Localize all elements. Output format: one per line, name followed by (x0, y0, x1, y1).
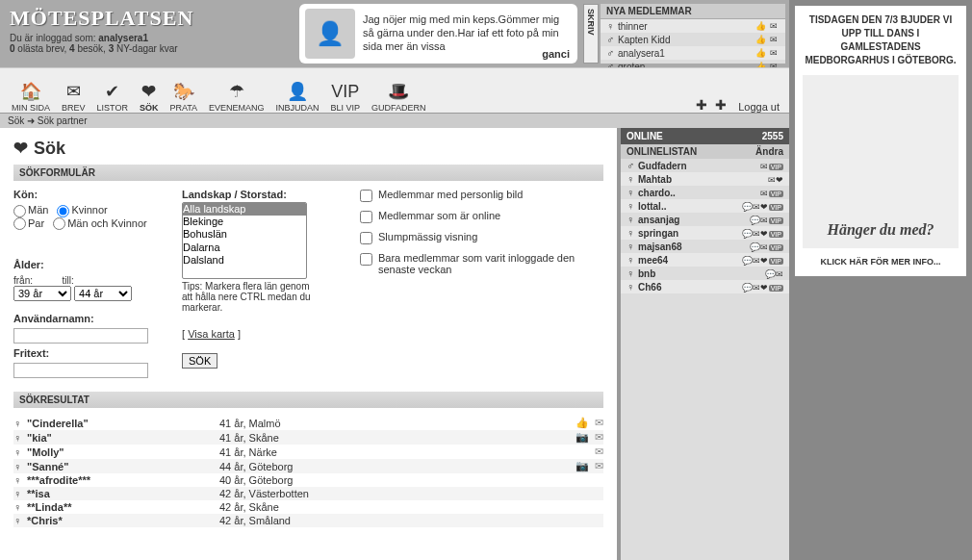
result-row[interactable]: ♀"kia"41 år, Skåne📷✉ (13, 430, 603, 445)
checkbox[interactable] (360, 190, 372, 202)
heart-icon[interactable]: ❤ (760, 283, 768, 293)
mail-icon[interactable]: ✉ (768, 35, 780, 44)
chat-icon[interactable]: 💬 (742, 229, 753, 239)
logout-link[interactable]: Logga ut (738, 101, 780, 113)
new-member-row[interactable]: ♂analysera1👍✉ (601, 46, 785, 60)
mail-icon[interactable]: ✉ (595, 417, 603, 429)
age-to-select[interactable]: 44 år (74, 286, 132, 301)
mail-icon[interactable]: ✉ (768, 48, 780, 58)
online-change-link[interactable]: Ändra (755, 146, 783, 157)
nav-icon: ✔ (97, 80, 128, 103)
online-row[interactable]: ♀ansanjag💬✉VIP (621, 213, 789, 226)
online-row[interactable]: ♀lottal..💬✉❤VIP (621, 199, 789, 213)
result-row[interactable]: ♀*Chris*42 år, Småland (13, 514, 603, 527)
username-label: Användarnamn: (13, 313, 182, 324)
result-row[interactable]: ♀**isa42 år, Västerbotten (13, 487, 603, 500)
chat-icon[interactable]: 💬 (742, 256, 753, 266)
heart-icon[interactable]: ❤ (760, 229, 768, 239)
online-row[interactable]: ♀mee64💬✉❤VIP (621, 253, 789, 267)
thumb-icon[interactable]: 👍 (755, 48, 766, 58)
heart-icon[interactable]: ❤ (760, 256, 768, 266)
mail-icon[interactable]: ✉ (760, 242, 768, 252)
login-status: Du är inloggad som: analysera1 0 olästa … (10, 33, 284, 54)
nav-sök[interactable]: ❤SÖK (140, 80, 159, 113)
search-button[interactable]: SÖK (182, 353, 217, 369)
result-row[interactable]: ♀***afrodite***40 år, Göteborg (13, 473, 603, 487)
sidebar-ad[interactable]: TISDAGEN DEN 7/3 BJUDER VI UPP TILL DANS… (795, 6, 966, 276)
gender-radios: Män Kvinnor Par Män och Kvinnor (13, 204, 182, 230)
mail-icon[interactable]: ✉ (760, 162, 768, 171)
radio-women[interactable] (57, 205, 69, 217)
nav-bli-vip[interactable]: VIPBLI VIP (331, 80, 361, 113)
checkbox[interactable] (360, 253, 372, 266)
nav-prata[interactable]: 🐎PRATA (169, 80, 197, 113)
online-row[interactable]: ♀springan💬✉❤VIP (621, 226, 789, 240)
filter-check[interactable]: Medlemmar som är online (360, 210, 603, 223)
username-input[interactable] (13, 328, 148, 344)
result-row[interactable]: ♀"Sanné"44 år, Göteborg📷✉ (13, 459, 603, 473)
gender-icon: ♀ (627, 200, 638, 212)
filter-check[interactable]: Medlemmar med personlig bild (360, 189, 603, 202)
online-row[interactable]: ♀majsan68💬✉VIP (621, 240, 789, 253)
gender-icon: ♀ (627, 214, 638, 225)
camera-icon[interactable]: 📷 (576, 431, 589, 444)
skriv-tab[interactable]: SKRIV (583, 4, 599, 64)
mail-icon[interactable]: ✉ (753, 283, 760, 293)
mail-icon[interactable]: ✉ (768, 21, 780, 31)
camera-icon[interactable]: 📷 (576, 460, 589, 472)
nav-gudfadern[interactable]: 🎩GUDFADERN (371, 80, 426, 113)
show-map-link[interactable]: Visa karta (188, 328, 235, 340)
mail-icon[interactable]: ✉ (768, 175, 776, 185)
online-row[interactable]: ♀chardo..✉VIP (621, 186, 789, 199)
featured-profile[interactable]: 👤 Jag nöjer mig med min keps.Gömmer mig … (299, 4, 577, 64)
ad-more-link[interactable]: KLICK HÄR FÖR MER INFO... (803, 256, 959, 268)
thumb-icon[interactable]: 👍 (755, 35, 766, 44)
online-row[interactable]: ♀Ch66💬✉❤VIP (621, 280, 789, 293)
mail-icon[interactable]: ✉ (753, 229, 760, 239)
mail-icon[interactable]: ✉ (595, 431, 603, 444)
new-member-row[interactable]: ♀thinner👍✉ (601, 19, 785, 33)
mail-icon[interactable]: ✉ (776, 269, 783, 279)
radio-pairs[interactable] (13, 217, 26, 230)
chat-icon[interactable]: 💬 (742, 283, 753, 293)
mail-icon[interactable]: ✉ (753, 256, 760, 266)
freetext-input[interactable] (13, 363, 148, 378)
mail-icon[interactable]: ✉ (760, 189, 768, 198)
nav-brev[interactable]: ✉BREV (62, 80, 86, 113)
chat-icon[interactable]: 💬 (765, 269, 776, 279)
mail-icon[interactable]: ✉ (760, 216, 768, 225)
radio-men[interactable] (13, 205, 26, 217)
chat-icon[interactable]: 💬 (750, 216, 760, 225)
nav-icon: ❤ (140, 80, 159, 103)
mail-icon[interactable]: ✉ (753, 202, 760, 212)
online-row[interactable]: ♂Gudfadern✉VIP (621, 159, 789, 172)
online-row[interactable]: ♀bnb💬✉ (621, 267, 789, 280)
thumb-icon[interactable]: 👍 (755, 21, 766, 31)
heart-icon[interactable]: ❤ (760, 202, 768, 212)
region-select[interactable]: Alla landskapBlekingeBohuslänDalarnaDals… (182, 202, 307, 279)
result-row[interactable]: ♀**Linda**42 år, Skåne (13, 500, 603, 514)
chat-icon[interactable]: 💬 (742, 202, 753, 212)
chat-icon[interactable]: 💬 (750, 242, 760, 252)
nav-min-sida[interactable]: 🏠MIN SIDA (12, 80, 50, 113)
filter-check[interactable]: Bara medlemmar som varit inloggade den s… (360, 252, 603, 275)
result-row[interactable]: ♀"Molly"41 år, Närke✉ (13, 445, 603, 459)
radio-both[interactable] (53, 217, 65, 230)
new-member-row[interactable]: ♂Kapten Kidd👍✉ (601, 33, 785, 46)
gender-icon: ♀ (13, 515, 27, 526)
mail-icon[interactable]: ✉ (595, 460, 603, 472)
checkbox[interactable] (360, 232, 372, 244)
thumb-icon[interactable]: 👍 (576, 417, 589, 429)
nav-evenemang[interactable]: ☂EVENEMANG (209, 80, 265, 113)
checkbox[interactable] (360, 211, 372, 223)
online-row[interactable]: ♀Mahtab✉❤ (621, 172, 789, 186)
mail-icon[interactable]: ✉ (595, 445, 603, 458)
nav-listor[interactable]: ✔LISTOR (97, 80, 128, 113)
age-from-select[interactable]: 39 år (13, 286, 71, 301)
flags[interactable]: ✚ ✚ (696, 97, 729, 113)
filter-check[interactable]: Slumpmässig visning (360, 231, 603, 244)
result-row[interactable]: ♀"Cinderella"41 år, Malmö👍✉ (13, 416, 603, 430)
nav-inbjudan[interactable]: 👤INBJUDAN (276, 80, 320, 113)
ad-text: TISDAGEN DEN 7/3 BJUDER VI UPP TILL DANS… (803, 13, 959, 67)
heart-icon[interactable]: ❤ (776, 175, 783, 185)
